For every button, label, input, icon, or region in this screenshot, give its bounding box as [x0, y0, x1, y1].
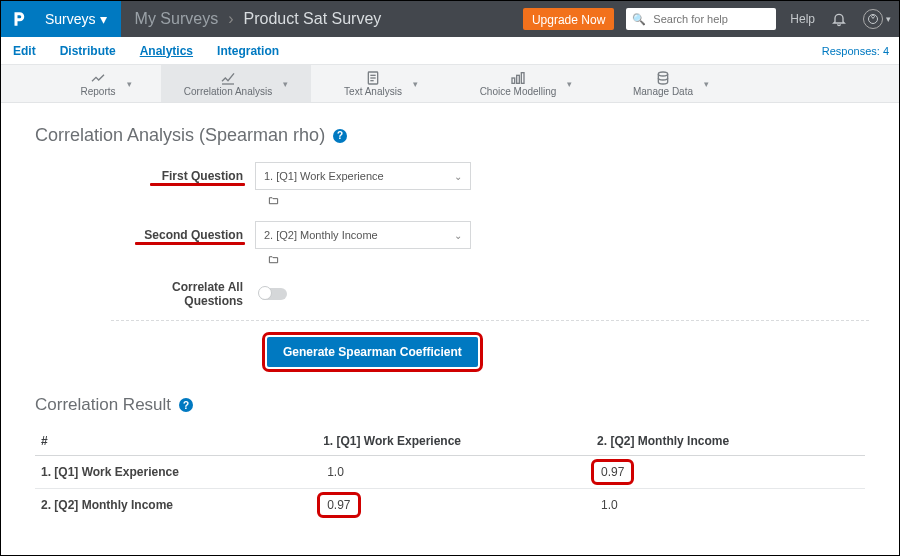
table-header: 2. [Q2] Monthly Income: [591, 427, 865, 456]
tab-integration[interactable]: Integration: [217, 44, 279, 58]
tool-correlation[interactable]: Correlation Analysis ▾: [161, 65, 311, 102]
svg-point-9: [658, 72, 667, 76]
analytics-toolbar: Reports ▾ Correlation Analysis ▾ Text An…: [1, 65, 899, 103]
tool-label: Reports: [80, 86, 115, 97]
first-question-select[interactable]: 1. [Q1] Work Experience ⌄: [255, 162, 471, 190]
select-value: 1. [Q1] Work Experience: [264, 170, 384, 182]
top-bar: Surveys ▾ My Surveys › Product Sat Surve…: [1, 1, 899, 37]
account-menu[interactable]: ▾: [855, 1, 899, 37]
search-icon: 🔍: [632, 13, 646, 26]
brand-logo[interactable]: [1, 1, 37, 37]
tool-manage-data[interactable]: Manage Data ▾: [601, 65, 741, 102]
chevron-down-icon: ⌄: [454, 230, 462, 241]
second-question-label: Second Question: [115, 228, 255, 242]
tab-edit[interactable]: Edit: [13, 44, 36, 58]
first-question-folder[interactable]: [267, 194, 865, 209]
cell: 1.0: [317, 456, 591, 489]
caret-down-icon: ▾: [127, 79, 132, 89]
separator: [111, 320, 869, 321]
panel-title: Correlation Analysis (Spearman rho) ?: [35, 125, 865, 146]
row-label: 1. [Q1] Work Experience: [35, 456, 317, 489]
caret-down-icon: ▾: [413, 79, 418, 89]
caret-down-icon: ▾: [886, 14, 891, 24]
row-label: 2. [Q2] Monthly Income: [35, 489, 317, 522]
help-link[interactable]: Help: [782, 1, 823, 37]
responses-count[interactable]: Responses: 4: [822, 45, 889, 57]
tab-distribute[interactable]: Distribute: [60, 44, 116, 58]
chevron-down-icon: ⌄: [454, 171, 462, 182]
caret-down-icon: ▾: [100, 11, 107, 27]
nav-tabs: Edit Distribute Analytics Integration Re…: [1, 37, 899, 65]
svg-rect-6: [512, 78, 515, 83]
caret-down-icon: ▾: [567, 79, 572, 89]
upgrade-button[interactable]: Upgrade Now: [523, 8, 614, 30]
second-question-select[interactable]: 2. [Q2] Monthly Income ⌄: [255, 221, 471, 249]
tool-label: Manage Data: [633, 86, 693, 97]
correlate-all-label: Correlate All Questions: [115, 280, 255, 308]
correlation-form: First Question 1. [Q1] Work Experience ⌄…: [115, 162, 865, 367]
help-icon[interactable]: ?: [333, 129, 347, 143]
search-help-input[interactable]: [651, 12, 770, 26]
folder-icon: [267, 195, 280, 206]
second-question-folder[interactable]: [267, 253, 865, 268]
notifications-icon[interactable]: [823, 1, 855, 37]
annotation-underline: [150, 183, 245, 186]
tool-label: Text Analysis: [344, 86, 402, 97]
caret-down-icon: ▾: [283, 79, 288, 89]
tool-reports[interactable]: Reports ▾: [51, 65, 161, 102]
first-question-label: First Question: [115, 169, 255, 183]
result-title-text: Correlation Result: [35, 395, 171, 415]
table-header: #: [35, 427, 317, 456]
svg-rect-7: [517, 75, 520, 83]
tool-choice-modelling[interactable]: Choice Modelling ▾: [451, 65, 601, 102]
breadcrumb-separator: ›: [228, 10, 233, 28]
breadcrumb-root[interactable]: My Surveys: [135, 10, 219, 28]
annotation-underline: [135, 242, 245, 245]
cell: 0.97: [317, 489, 591, 522]
table-row: 2. [Q2] Monthly Income 0.97 1.0: [35, 489, 865, 522]
tool-label: Correlation Analysis: [184, 86, 272, 97]
cell: 0.97: [591, 456, 865, 489]
page-title: Product Sat Survey: [243, 10, 381, 28]
avatar-icon: [863, 9, 883, 29]
table-header: 1. [Q1] Work Experience: [317, 427, 591, 456]
folder-icon: [267, 254, 280, 265]
search-help-box[interactable]: 🔍: [626, 8, 776, 30]
cell: 1.0: [591, 489, 865, 522]
correlate-all-toggle[interactable]: [259, 288, 287, 300]
page-body: Correlation Analysis (Spearman rho) ? Fi…: [1, 103, 899, 555]
tool-text-analysis[interactable]: Text Analysis ▾: [311, 65, 451, 102]
result-title: Correlation Result ?: [35, 395, 865, 415]
svg-rect-8: [521, 73, 524, 84]
breadcrumb: My Surveys › Product Sat Survey: [121, 1, 396, 37]
table-row: 1. [Q1] Work Experience 1.0 0.97: [35, 456, 865, 489]
help-icon[interactable]: ?: [179, 398, 193, 412]
surveys-dropdown-label: Surveys: [45, 11, 96, 27]
tool-label: Choice Modelling: [480, 86, 557, 97]
panel-title-text: Correlation Analysis (Spearman rho): [35, 125, 325, 146]
generate-button[interactable]: Generate Spearman Coefficient: [267, 337, 478, 367]
surveys-dropdown[interactable]: Surveys ▾: [37, 1, 121, 37]
tab-analytics[interactable]: Analytics: [140, 44, 193, 58]
caret-down-icon: ▾: [704, 79, 709, 89]
correlation-table: # 1. [Q1] Work Experience 2. [Q2] Monthl…: [35, 427, 865, 521]
select-value: 2. [Q2] Monthly Income: [264, 229, 378, 241]
